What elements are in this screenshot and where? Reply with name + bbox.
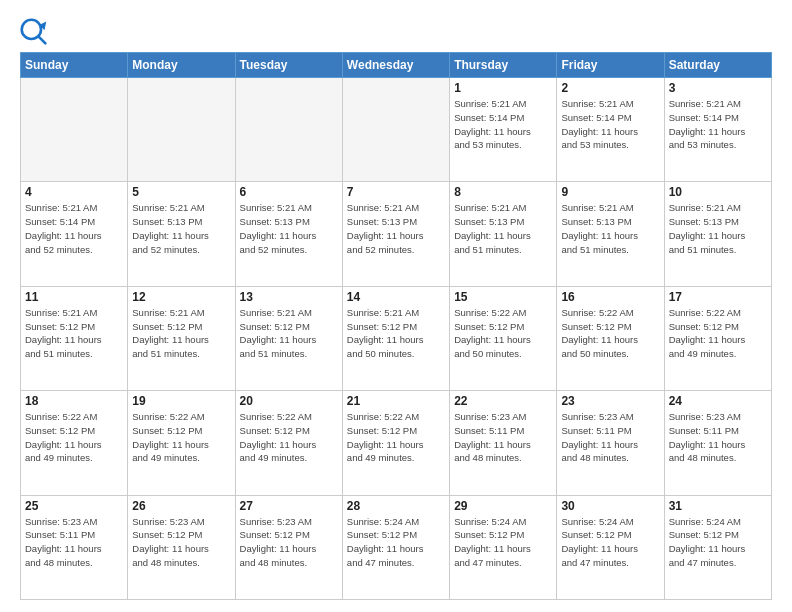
day-info: Sunrise: 5:23 AM Sunset: 5:11 PM Dayligh… — [561, 410, 659, 465]
calendar-cell: 22Sunrise: 5:23 AM Sunset: 5:11 PM Dayli… — [450, 391, 557, 495]
day-info: Sunrise: 5:22 AM Sunset: 5:12 PM Dayligh… — [669, 306, 767, 361]
calendar-cell: 2Sunrise: 5:21 AM Sunset: 5:14 PM Daylig… — [557, 78, 664, 182]
day-number: 29 — [454, 499, 552, 513]
day-number: 27 — [240, 499, 338, 513]
day-info: Sunrise: 5:21 AM Sunset: 5:14 PM Dayligh… — [561, 97, 659, 152]
header — [20, 18, 772, 46]
calendar-cell: 8Sunrise: 5:21 AM Sunset: 5:13 PM Daylig… — [450, 182, 557, 286]
day-number: 15 — [454, 290, 552, 304]
logo — [20, 18, 52, 46]
calendar-body: 1Sunrise: 5:21 AM Sunset: 5:14 PM Daylig… — [21, 78, 772, 600]
calendar-week-1: 1Sunrise: 5:21 AM Sunset: 5:14 PM Daylig… — [21, 78, 772, 182]
day-number: 1 — [454, 81, 552, 95]
calendar-cell: 6Sunrise: 5:21 AM Sunset: 5:13 PM Daylig… — [235, 182, 342, 286]
logo-icon — [20, 18, 48, 46]
day-number: 22 — [454, 394, 552, 408]
day-info: Sunrise: 5:21 AM Sunset: 5:13 PM Dayligh… — [132, 201, 230, 256]
day-info: Sunrise: 5:24 AM Sunset: 5:12 PM Dayligh… — [454, 515, 552, 570]
calendar-cell — [235, 78, 342, 182]
day-number: 4 — [25, 185, 123, 199]
day-number: 17 — [669, 290, 767, 304]
calendar-cell: 21Sunrise: 5:22 AM Sunset: 5:12 PM Dayli… — [342, 391, 449, 495]
day-number: 12 — [132, 290, 230, 304]
day-number: 6 — [240, 185, 338, 199]
day-number: 26 — [132, 499, 230, 513]
day-info: Sunrise: 5:24 AM Sunset: 5:12 PM Dayligh… — [347, 515, 445, 570]
calendar-cell: 20Sunrise: 5:22 AM Sunset: 5:12 PM Dayli… — [235, 391, 342, 495]
calendar-cell: 10Sunrise: 5:21 AM Sunset: 5:13 PM Dayli… — [664, 182, 771, 286]
calendar-header: SundayMondayTuesdayWednesdayThursdayFrid… — [21, 53, 772, 78]
weekday-header-row: SundayMondayTuesdayWednesdayThursdayFrid… — [21, 53, 772, 78]
day-info: Sunrise: 5:23 AM Sunset: 5:12 PM Dayligh… — [132, 515, 230, 570]
day-number: 11 — [25, 290, 123, 304]
calendar-week-4: 18Sunrise: 5:22 AM Sunset: 5:12 PM Dayli… — [21, 391, 772, 495]
calendar-cell: 31Sunrise: 5:24 AM Sunset: 5:12 PM Dayli… — [664, 495, 771, 599]
day-info: Sunrise: 5:22 AM Sunset: 5:12 PM Dayligh… — [561, 306, 659, 361]
day-number: 16 — [561, 290, 659, 304]
calendar-cell: 15Sunrise: 5:22 AM Sunset: 5:12 PM Dayli… — [450, 286, 557, 390]
day-number: 30 — [561, 499, 659, 513]
day-info: Sunrise: 5:22 AM Sunset: 5:12 PM Dayligh… — [347, 410, 445, 465]
day-info: Sunrise: 5:21 AM Sunset: 5:13 PM Dayligh… — [561, 201, 659, 256]
day-number: 9 — [561, 185, 659, 199]
calendar-cell: 7Sunrise: 5:21 AM Sunset: 5:13 PM Daylig… — [342, 182, 449, 286]
day-number: 28 — [347, 499, 445, 513]
day-number: 25 — [25, 499, 123, 513]
day-number: 3 — [669, 81, 767, 95]
day-info: Sunrise: 5:23 AM Sunset: 5:11 PM Dayligh… — [25, 515, 123, 570]
calendar-cell — [342, 78, 449, 182]
calendar-cell: 12Sunrise: 5:21 AM Sunset: 5:12 PM Dayli… — [128, 286, 235, 390]
calendar-cell: 18Sunrise: 5:22 AM Sunset: 5:12 PM Dayli… — [21, 391, 128, 495]
calendar-cell: 5Sunrise: 5:21 AM Sunset: 5:13 PM Daylig… — [128, 182, 235, 286]
calendar-cell: 24Sunrise: 5:23 AM Sunset: 5:11 PM Dayli… — [664, 391, 771, 495]
weekday-header-friday: Friday — [557, 53, 664, 78]
day-number: 24 — [669, 394, 767, 408]
day-info: Sunrise: 5:23 AM Sunset: 5:11 PM Dayligh… — [669, 410, 767, 465]
day-number: 8 — [454, 185, 552, 199]
day-number: 19 — [132, 394, 230, 408]
calendar-cell: 3Sunrise: 5:21 AM Sunset: 5:14 PM Daylig… — [664, 78, 771, 182]
weekday-header-tuesday: Tuesday — [235, 53, 342, 78]
day-number: 10 — [669, 185, 767, 199]
calendar-cell: 30Sunrise: 5:24 AM Sunset: 5:12 PM Dayli… — [557, 495, 664, 599]
day-info: Sunrise: 5:22 AM Sunset: 5:12 PM Dayligh… — [25, 410, 123, 465]
calendar-week-5: 25Sunrise: 5:23 AM Sunset: 5:11 PM Dayli… — [21, 495, 772, 599]
calendar-cell: 13Sunrise: 5:21 AM Sunset: 5:12 PM Dayli… — [235, 286, 342, 390]
calendar-cell: 11Sunrise: 5:21 AM Sunset: 5:12 PM Dayli… — [21, 286, 128, 390]
weekday-header-monday: Monday — [128, 53, 235, 78]
weekday-header-sunday: Sunday — [21, 53, 128, 78]
day-number: 23 — [561, 394, 659, 408]
calendar-cell: 9Sunrise: 5:21 AM Sunset: 5:13 PM Daylig… — [557, 182, 664, 286]
calendar-week-2: 4Sunrise: 5:21 AM Sunset: 5:14 PM Daylig… — [21, 182, 772, 286]
day-number: 5 — [132, 185, 230, 199]
calendar-cell: 19Sunrise: 5:22 AM Sunset: 5:12 PM Dayli… — [128, 391, 235, 495]
day-number: 2 — [561, 81, 659, 95]
day-info: Sunrise: 5:21 AM Sunset: 5:13 PM Dayligh… — [454, 201, 552, 256]
day-info: Sunrise: 5:21 AM Sunset: 5:13 PM Dayligh… — [240, 201, 338, 256]
calendar-cell: 26Sunrise: 5:23 AM Sunset: 5:12 PM Dayli… — [128, 495, 235, 599]
day-info: Sunrise: 5:21 AM Sunset: 5:12 PM Dayligh… — [132, 306, 230, 361]
calendar-cell: 27Sunrise: 5:23 AM Sunset: 5:12 PM Dayli… — [235, 495, 342, 599]
day-number: 18 — [25, 394, 123, 408]
calendar-week-3: 11Sunrise: 5:21 AM Sunset: 5:12 PM Dayli… — [21, 286, 772, 390]
weekday-header-wednesday: Wednesday — [342, 53, 449, 78]
day-info: Sunrise: 5:22 AM Sunset: 5:12 PM Dayligh… — [454, 306, 552, 361]
day-info: Sunrise: 5:21 AM Sunset: 5:14 PM Dayligh… — [25, 201, 123, 256]
day-info: Sunrise: 5:23 AM Sunset: 5:12 PM Dayligh… — [240, 515, 338, 570]
day-info: Sunrise: 5:21 AM Sunset: 5:14 PM Dayligh… — [669, 97, 767, 152]
day-number: 20 — [240, 394, 338, 408]
calendar-cell: 16Sunrise: 5:22 AM Sunset: 5:12 PM Dayli… — [557, 286, 664, 390]
calendar-cell: 28Sunrise: 5:24 AM Sunset: 5:12 PM Dayli… — [342, 495, 449, 599]
page: SundayMondayTuesdayWednesdayThursdayFrid… — [0, 0, 792, 612]
weekday-header-saturday: Saturday — [664, 53, 771, 78]
calendar-table: SundayMondayTuesdayWednesdayThursdayFrid… — [20, 52, 772, 600]
day-info: Sunrise: 5:21 AM Sunset: 5:12 PM Dayligh… — [25, 306, 123, 361]
calendar-cell: 29Sunrise: 5:24 AM Sunset: 5:12 PM Dayli… — [450, 495, 557, 599]
day-info: Sunrise: 5:21 AM Sunset: 5:13 PM Dayligh… — [347, 201, 445, 256]
calendar-cell — [21, 78, 128, 182]
day-info: Sunrise: 5:21 AM Sunset: 5:12 PM Dayligh… — [240, 306, 338, 361]
day-info: Sunrise: 5:24 AM Sunset: 5:12 PM Dayligh… — [669, 515, 767, 570]
day-info: Sunrise: 5:24 AM Sunset: 5:12 PM Dayligh… — [561, 515, 659, 570]
day-number: 21 — [347, 394, 445, 408]
weekday-header-thursday: Thursday — [450, 53, 557, 78]
